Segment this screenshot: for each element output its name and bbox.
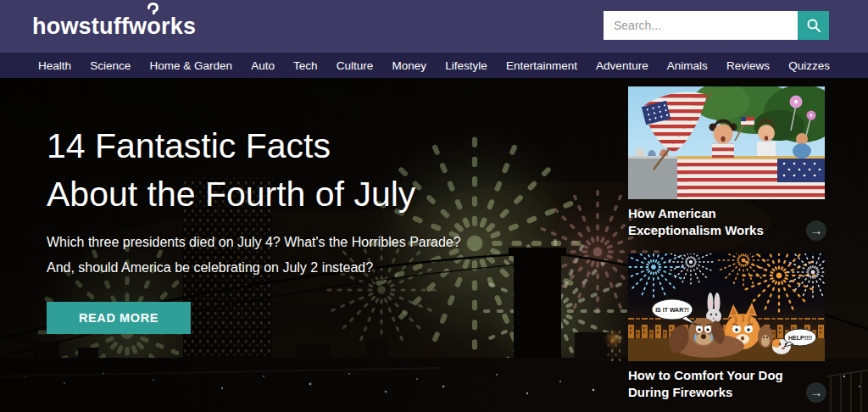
brand-logo[interactable]: howstuffworks	[32, 14, 196, 40]
search-input[interactable]	[604, 11, 798, 40]
hero-section: 14 Fantastic Facts About the Fourth of J…	[0, 78, 868, 412]
article-title[interactable]: How to Comfort Your Dog During Fireworks	[628, 367, 799, 401]
scared-pets-cartoon: IS IT WAR?! HELP!!!!	[628, 253, 825, 361]
nav-item-money[interactable]: Money	[392, 59, 426, 72]
nav-item-science[interactable]: Science	[90, 59, 131, 72]
read-more-button[interactable]: READ MORE	[47, 302, 191, 334]
logo-o: o	[147, 14, 161, 40]
page: howstuffworks Health Science Home & Gard…	[0, 0, 868, 412]
article-card-comfort-dog[interactable]: IS IT WAR?! HELP!!!! How to Comfort Your…	[628, 253, 825, 404]
article-title[interactable]: How American Exceptionalism Works	[628, 205, 799, 239]
main-nav: Health Science Home & Garden Auto Tech C…	[0, 53, 868, 78]
article-card-footer: How American Exceptionalism Works →	[628, 199, 825, 242]
nav-item-animals[interactable]: Animals	[667, 59, 708, 72]
nav-item-tech[interactable]: Tech	[293, 59, 318, 72]
hero-title: 14 Fantastic Facts About the Fourth of J…	[47, 122, 424, 219]
article-card-american-exceptionalism[interactable]: How American Exceptionalism Works →	[628, 86, 825, 242]
nav-item-reviews[interactable]: Reviews	[726, 59, 770, 72]
nav-item-adventure[interactable]: Adventure	[596, 59, 648, 72]
logo-text-pre: howstuffw	[32, 14, 147, 40]
search-form	[604, 11, 829, 40]
nav-item-entertainment[interactable]: Entertainment	[506, 59, 577, 72]
speech-bubble-text: HELP!!!!	[788, 335, 812, 341]
nav-item-auto[interactable]: Auto	[251, 59, 275, 72]
nav-item-health[interactable]: Health	[38, 59, 71, 72]
hero-description: Which three presidents died on July 4? W…	[47, 230, 475, 281]
hero-content: 14 Fantastic Facts About the Fourth of J…	[47, 78, 475, 334]
speech-bubble-text: IS IT WAR?!	[655, 307, 689, 313]
nav-item-culture[interactable]: Culture	[337, 59, 374, 72]
nav-item-lifestyle[interactable]: Lifestyle	[445, 59, 487, 72]
arrow-right-icon[interactable]: →	[806, 382, 826, 403]
nav-item-quizzes[interactable]: Quizzes	[788, 59, 830, 72]
parade-flags-photo	[628, 86, 825, 199]
magnifier-icon	[806, 18, 821, 33]
arrow-right-icon[interactable]: →	[806, 220, 826, 241]
article-card-footer: How to Comfort Your Dog During Fireworks…	[628, 361, 825, 404]
search-button[interactable]	[798, 11, 829, 40]
site-header: howstuffworks	[0, 0, 868, 53]
logo-text-post: rks	[161, 14, 196, 40]
question-curl-icon	[147, 3, 159, 14]
nav-item-home-garden[interactable]: Home & Garden	[149, 59, 232, 72]
